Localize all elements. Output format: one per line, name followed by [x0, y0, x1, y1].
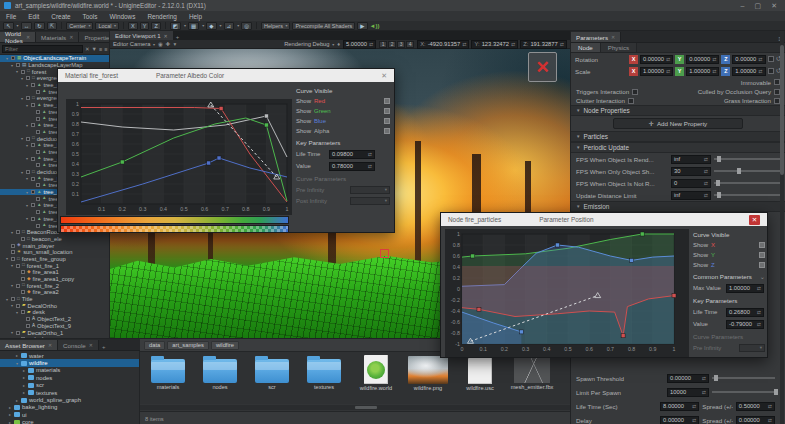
collapse-icon[interactable]: ⌄ — [760, 273, 765, 280]
close-icon[interactable]: ✕ — [26, 34, 30, 40]
slider[interactable] — [712, 377, 775, 379]
axis-z-button[interactable]: Z — [151, 22, 160, 30]
viewport-tab[interactable]: Editor Viewport 1✕ — [110, 31, 173, 40]
scale-z-field[interactable]: 1.00000⇄ — [732, 67, 765, 76]
tree-item[interactable]: ◆fire_area2 — [0, 289, 109, 296]
maximize-button[interactable]: ▢ — [755, 2, 762, 10]
move-tool-icon[interactable]: ↔ — [21, 22, 33, 30]
node-properties-section[interactable]: ▼Node Properties — [571, 105, 785, 116]
collapse-all-icon[interactable]: ≡ — [104, 46, 107, 52]
camera-select[interactable]: Editor Camera ▾ — [113, 41, 155, 47]
speed-preset-3[interactable]: 3 — [397, 41, 405, 48]
menu-tools[interactable]: Tools — [77, 13, 104, 20]
rendering-debug-select[interactable]: Rendering Debug ▾ — [284, 41, 334, 47]
asset-tree-item[interactable]: ▸world_spline_graph — [0, 396, 139, 403]
periodic-update-section[interactable]: ▼Periodic Update — [571, 142, 785, 153]
tree-item[interactable]: ▾□Title — [0, 296, 109, 303]
lock-checkbox[interactable] — [768, 56, 774, 62]
scrollbar[interactable] — [780, 31, 784, 424]
minimize-button[interactable]: – — [741, 2, 745, 10]
tree-item[interactable]: ▾□forest_fire_1 — [0, 262, 109, 269]
slider[interactable] — [714, 182, 780, 184]
asset-tree-item[interactable]: ▾wildfire — [0, 359, 139, 366]
close-icon[interactable]: ✕ — [48, 342, 52, 348]
add-tab-icon[interactable]: + — [99, 344, 109, 350]
filter-funnel-icon[interactable]: ▼ — [92, 46, 97, 52]
value-field[interactable]: inf⇄ — [671, 155, 711, 164]
asset-item[interactable]: mesh_emitter.fbx — [506, 353, 558, 403]
breadcrumb-wildfire[interactable]: wildfire — [211, 341, 239, 350]
albedo-curve-plot[interactable]: 0.10.20.30.40.50.60.70.80.910.10.20.30.4… — [66, 99, 292, 215]
precompile-shaders-button[interactable]: Precompile All Shaders — [292, 22, 355, 30]
checkbox[interactable] — [384, 118, 390, 124]
drop-to-ground-icon[interactable]: ◎ — [241, 22, 252, 30]
menu-file[interactable]: File — [0, 13, 22, 20]
asset-item[interactable]: textures — [298, 353, 350, 403]
expand-all-icon[interactable]: ≡ — [99, 46, 102, 52]
asset-tree-item[interactable]: ▸scr — [0, 382, 139, 389]
viewport-red-x-icon[interactable]: ✕ — [528, 52, 557, 82]
asset-item[interactable]: wildfire.png — [402, 353, 454, 403]
position-curve-plot[interactable]: -1-0.8-0.6-0.4-0.200.20.40.60.8100.10.20… — [445, 229, 689, 357]
pre-infinity-select[interactable]: ▾ — [350, 186, 390, 194]
tab-asset-browser[interactable]: Asset Browser✕ — [0, 340, 58, 350]
lock-checkbox[interactable] — [768, 68, 774, 74]
slider[interactable] — [712, 391, 775, 393]
close-icon[interactable]: ✕ — [611, 34, 615, 40]
triggers-checkbox[interactable] — [632, 89, 638, 95]
select-tool-icon[interactable]: ↖ — [3, 22, 14, 30]
value-field[interactable]: 0.00000⇄ — [660, 416, 699, 424]
value-field[interactable]: -0.79000⇄ — [726, 320, 764, 329]
asset-item[interactable]: materials — [142, 353, 194, 403]
asset-item[interactable]: scr — [246, 353, 298, 403]
asset-tree-item[interactable]: ▸materials — [0, 367, 139, 374]
life-time-field[interactable]: 0.09800⇄ — [329, 150, 375, 159]
menu-help[interactable]: Help — [183, 13, 208, 20]
tree-item[interactable]: ▾□forest_fire_group — [0, 256, 109, 263]
asset-tree-item[interactable]: ▸ui — [0, 411, 139, 418]
asset-tree-item[interactable]: ▸water — [0, 352, 139, 359]
tree-item[interactable]: ◆fire_area1_copy — [0, 276, 109, 283]
tree-item[interactable]: AObjectText_9 — [0, 323, 109, 330]
sound-icon[interactable]: ◄)) — [370, 23, 380, 29]
tab-node[interactable]: Node — [571, 43, 601, 52]
selection-box[interactable] — [380, 249, 389, 258]
rotation-x-field[interactable]: 0.00000⇄ — [640, 55, 673, 64]
spread-field[interactable]: 0.50000⇄ — [736, 402, 775, 411]
close-button[interactable]: ✕ — [771, 2, 777, 10]
asset-tree-item[interactable]: ▸textures — [0, 389, 139, 396]
pivot-select[interactable]: Center ▾ — [66, 22, 93, 30]
tree-item[interactable]: ▾▰desk — [0, 309, 109, 316]
asset-tree-item[interactable]: ▸bake_lighting — [0, 404, 139, 411]
asset-item[interactable]: nodes — [194, 353, 246, 403]
slider[interactable] — [714, 170, 780, 172]
value-field[interactable]: inf⇄ — [671, 191, 711, 200]
tab-materials[interactable]: Materials✕ — [36, 32, 79, 42]
asset-tree-item[interactable]: ▸core — [0, 419, 139, 424]
tree-item[interactable]: ▾▰DecalOrtho — [0, 302, 109, 309]
rotation-z-field[interactable]: 0.00000⇄ — [732, 55, 765, 64]
menu-create[interactable]: Create — [45, 13, 76, 20]
camera-speed-field[interactable]: 5.00000⇄ — [343, 40, 376, 49]
snap-position-icon[interactable]: ◩ — [170, 22, 181, 30]
tree-item[interactable]: ◈main_player — [0, 242, 109, 249]
tree-item[interactable]: ▾▦ObjectLandscapeTerrain — [0, 55, 109, 62]
spread-field[interactable]: 0.00000⇄ — [736, 416, 775, 424]
tree-item[interactable]: □beacon_ele — [0, 236, 109, 243]
close-icon[interactable]: ✕ — [381, 72, 387, 80]
close-icon[interactable]: ✕ — [69, 34, 73, 40]
camera-speed-icon[interactable]: ▾ — [173, 41, 176, 47]
rotate-tool-icon[interactable]: ↻ — [34, 22, 45, 30]
speed-preset-4[interactable]: 4 — [406, 41, 414, 48]
rotation-y-field[interactable]: 0.00000⇄ — [686, 55, 719, 64]
value-field[interactable]: 0.00000⇄ — [667, 374, 709, 383]
clutter-checkbox[interactable] — [628, 98, 634, 104]
tab-properties[interactable]: Properties✕ — [79, 32, 110, 42]
value-field[interactable]: 10000⇄ — [667, 388, 709, 397]
helpers-select[interactable]: Helpers ▾ — [261, 22, 291, 30]
close-icon[interactable]: ✕ — [749, 215, 760, 225]
position-curve-dialog[interactable]: Node fire_particles Parameter Position ✕… — [440, 212, 768, 358]
checkbox[interactable] — [759, 252, 765, 258]
checkbox[interactable] — [384, 128, 390, 134]
tree-item[interactable]: ▾□forest_fire_2 — [0, 282, 109, 289]
